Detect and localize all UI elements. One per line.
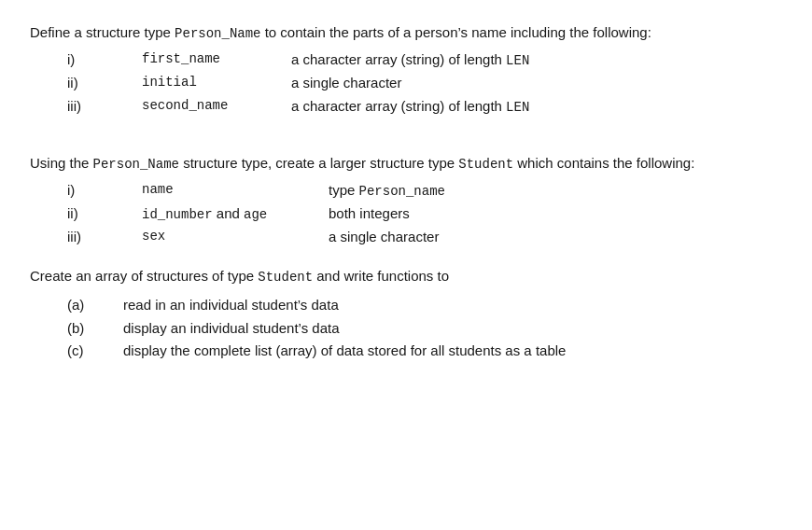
list-desc-3-text: a character array (string) of length <box>291 98 502 114</box>
section2-list-item-2: ii) id_number and age both integers <box>30 203 782 225</box>
section-3: Create an array of structures of type St… <box>30 266 782 362</box>
part-desc-a: read in an individual student’s data <box>123 295 339 316</box>
section2-code-2: id_number and age <box>142 203 329 225</box>
part-label-c: (c) <box>67 341 123 362</box>
list-desc-1-text: a character array (string) of length <box>291 51 502 67</box>
list-label-1: i) <box>67 49 142 71</box>
section2-list-item-1: i) name type Person_name <box>30 180 782 202</box>
section2-label-3: iii) <box>67 227 142 248</box>
list-desc-1: a character array (string) of length LEN <box>291 49 529 71</box>
section-2: Using the Person_Name structure type, cr… <box>30 153 782 248</box>
section1-type1: Person_Name <box>175 26 260 41</box>
part-label-a: (a) <box>67 295 123 316</box>
list-desc-3-code: LEN <box>506 100 529 115</box>
list-desc-1-code: LEN <box>506 53 529 68</box>
part-item-a: (a) read in an individual student’s data <box>30 295 782 316</box>
section2-desc-3: a single character <box>329 227 439 248</box>
list-code-2: initial <box>142 73 291 94</box>
section2-label-2: ii) <box>67 203 142 225</box>
part-item-c: (c) display the complete list (array) of… <box>30 341 782 362</box>
list-code-3: second_name <box>142 96 291 118</box>
part-item-b: (b) display an individual student’s data <box>30 318 782 340</box>
section1-intro-text1: Define a structure type <box>30 24 171 40</box>
list-desc-3: a character array (string) of length LEN <box>291 96 529 118</box>
section2-desc1-code: Person_name <box>359 184 445 199</box>
section2-desc1-text: type <box>329 182 355 198</box>
list-item-2: ii) initial a single character <box>30 73 782 94</box>
section3-parts: (a) read in an individual student’s data… <box>30 295 782 362</box>
section1-intro-text2: to contain the parts of a person’s name … <box>265 24 651 40</box>
section-1: Define a structure type Person_Name to c… <box>30 22 782 118</box>
section2-type1: Person_Name <box>93 157 179 172</box>
section2-intro-text3: which contains the following: <box>517 155 694 171</box>
section2-desc-1: type Person_name <box>329 180 445 202</box>
section2-intro-text2: structure type, create a larger structur… <box>183 155 458 171</box>
part-label-b: (b) <box>67 318 123 340</box>
section2-intro-text1: Using the <box>30 155 89 171</box>
list-label-2: ii) <box>67 73 142 94</box>
section3-intro-text1: Create an array of structures of type <box>30 268 254 284</box>
list-item-3: iii) second_name a character array (stri… <box>30 96 782 118</box>
section3-intro: Create an array of structures of type St… <box>30 266 782 287</box>
part-desc-b: display an individual student’s data <box>123 318 340 340</box>
section2-code-1: name <box>142 180 329 202</box>
section2-desc-2: both integers <box>329 203 410 225</box>
list-item-1: i) first_name a character array (string)… <box>30 49 782 71</box>
section2-type2: Student <box>458 157 513 172</box>
section3-intro-text2: and write functions to <box>316 268 449 284</box>
list-code-1: first_name <box>142 49 291 71</box>
section2-intro: Using the Person_Name structure type, cr… <box>30 153 782 174</box>
part-desc-c: display the complete list (array) of dat… <box>123 341 566 362</box>
section2-label-1: i) <box>67 180 142 202</box>
section3-type1: Student <box>258 270 313 285</box>
list-label-3: iii) <box>67 96 142 118</box>
section2-code-3: sex <box>142 227 329 248</box>
section2-list-item-3: iii) sex a single character <box>30 227 782 248</box>
list-desc-2: a single character <box>291 73 401 94</box>
section1-intro: Define a structure type Person_Name to c… <box>30 22 782 44</box>
